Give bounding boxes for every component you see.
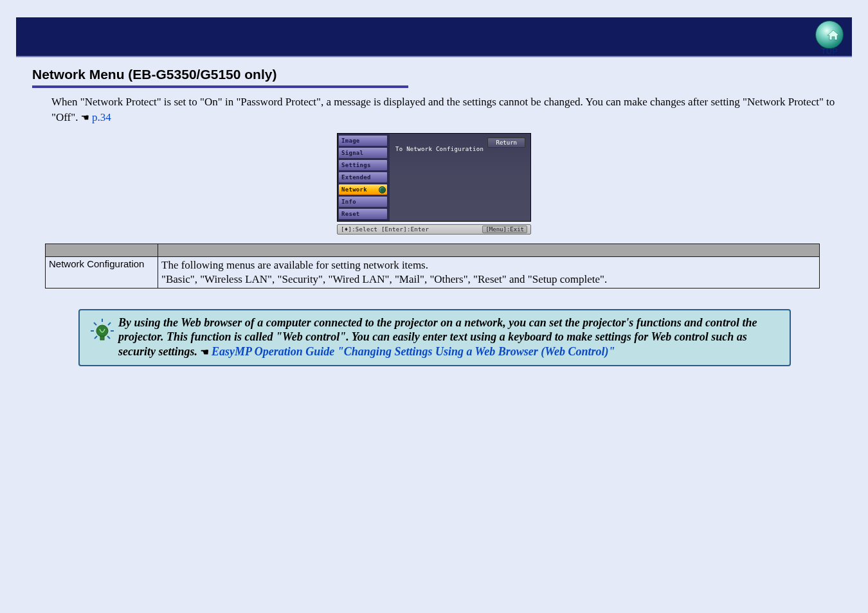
svg-line-7 (107, 336, 110, 339)
tip-link[interactable]: EasyMP Operation Guide "Changing Setting… (212, 345, 615, 358)
table-row: Network Configuration The following menu… (46, 256, 820, 288)
intro-paragraph: When "Network Protect" is set to "On" in… (51, 94, 836, 125)
projector-tab-network: Network (339, 184, 387, 195)
home-icon (815, 21, 844, 49)
house-icon (827, 30, 840, 40)
table-header-col1 (46, 244, 158, 256)
page-link-p34[interactable]: p.34 (92, 111, 111, 123)
projector-right-panel: Return To Network Configuration (388, 134, 530, 221)
projector-menu-screenshot: Image Signal Settings Extended Network I… (337, 133, 531, 235)
lightbulb-icon (86, 315, 118, 359)
projector-tab-image: Image (339, 136, 387, 146)
section-underline (32, 85, 408, 88)
projector-menu-body: Image Signal Settings Extended Network I… (337, 133, 531, 222)
table-cell-desc-line2: "Basic", "Wireless LAN", "Security", "Wi… (161, 273, 607, 285)
top-home-button[interactable]: TOP (812, 19, 847, 54)
table-cell-desc: The following menus are available for se… (158, 256, 820, 288)
top-header: TOP (16, 17, 852, 57)
svg-line-6 (95, 336, 97, 339)
table-cell-name: Network Configuration (46, 256, 158, 288)
table-header-col2 (158, 244, 820, 256)
tip-box: By using the Web browser of a computer c… (78, 309, 791, 367)
section-title: Network Menu (EB-G5350/G5150 only) (32, 67, 836, 82)
content-area: Network Menu (EB-G5350/G5150 only) When … (0, 57, 868, 366)
svg-marker-0 (827, 30, 839, 40)
intro-text: When "Network Protect" is set to "On" in… (51, 96, 835, 123)
projector-footer: [♦]:Select [Enter]:Enter [Menu]:Exit (337, 224, 531, 235)
projector-footer-left: [♦]:Select [Enter]:Enter (341, 226, 429, 233)
pointer-hand-icon: ☛ (201, 346, 209, 359)
tip-text: By using the Web browser of a computer c… (118, 315, 782, 359)
projector-tab-signal: Signal (339, 148, 387, 158)
svg-rect-9 (100, 336, 104, 340)
projector-left-tabs: Image Signal Settings Extended Network I… (338, 134, 388, 221)
projector-tab-extended: Extended (339, 172, 387, 182)
projector-tab-info: Info (339, 197, 387, 207)
projector-return-button: Return (487, 138, 525, 148)
table-header-row (46, 244, 820, 256)
svg-point-8 (96, 325, 108, 337)
top-home-label: TOP (812, 47, 847, 56)
svg-line-2 (94, 323, 96, 325)
projector-footer-right: [Menu]:Exit (482, 226, 527, 233)
table-cell-desc-line1: The following menus are available for se… (161, 259, 428, 271)
projector-tab-reset: Reset (339, 209, 387, 219)
svg-line-3 (108, 323, 111, 325)
network-table: Network Configuration The following menu… (45, 244, 820, 289)
projector-tab-settings: Settings (339, 160, 387, 170)
pointer-hand-icon: ☛ (81, 111, 89, 125)
